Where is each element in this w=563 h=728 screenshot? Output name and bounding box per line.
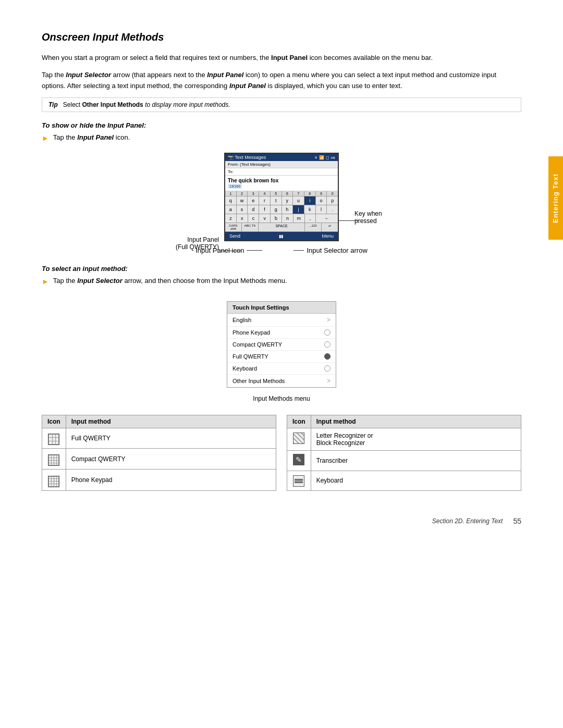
menu-item-other[interactable]: Other Input Methods > [227,375,336,387]
menu-radio-phone-keypad[interactable] [324,329,331,336]
icon-transcriber [287,450,311,471]
ps-key-row-3: z x c v b n m , ← [225,214,338,223]
side-tab: Entering Text [548,156,563,240]
ps-key-t[interactable]: t [271,196,282,205]
menu-radio-keyboard[interactable] [324,365,331,372]
tip-box: Tip Select Other Input Methods to displa… [42,97,521,112]
menu-radio-compact[interactable] [324,341,331,348]
ps-key-comma[interactable]: , [305,214,316,223]
method-letter-recognizer: Letter Recognizer orBlock Recognizer [311,428,521,450]
ps-to: To: [225,168,338,176]
ps-bottom-row: CAPSshift ABC T9 SPACE .,123 ↵ [225,223,338,232]
table-row: Keyboard [287,471,521,490]
show-hide-bullet: ► Tap the Input Panel icon. [42,133,521,142]
ps-key-v[interactable]: v [259,214,271,223]
menu-label-other: Other Input Methods [232,378,285,384]
ps-key-row-2: a s d f g h j k l . [225,205,338,214]
icon-table-right: Icon Input method Letter Recognizer orBl… [287,415,521,490]
ps-key-m[interactable]: m [293,214,305,223]
ps-key-space[interactable]: SPACE [259,223,305,231]
ps-num-2[interactable]: 2 [237,191,248,196]
select-method-heading: To select an input method: [42,265,521,273]
ps-from: From: (Text Messages) [225,161,338,168]
menu-title: Touch Input Settings [227,302,336,314]
ps-title: 📷 Text Messages [228,155,266,160]
select-method-text: Tap the Input Selector arrow, and then c… [53,277,287,285]
ps-num-6[interactable]: 6 [282,191,293,196]
menu-label-compact: Compact QWERTY [232,341,282,348]
ps-key-w[interactable]: w [237,196,248,205]
bullet-arrow-2-icon: ► [42,277,49,286]
menu-item-english[interactable]: English > [227,314,336,327]
ps-key-d[interactable]: d [248,205,259,214]
ps-send[interactable]: Send [229,233,240,239]
ps-key-y[interactable]: y [282,196,293,205]
ps-key-backspace[interactable]: ← [316,214,338,223]
body-paragraph-2: Tap the Input Selector arrow (that appea… [42,70,521,92]
input-panel-icon-text: Input Panel icon [195,246,244,254]
ps-key-r[interactable]: r [259,196,271,205]
ps-key-e[interactable]: e [248,196,259,205]
table-row: Transcriber [287,450,521,471]
ps-key-123[interactable]: .,123 [305,223,322,231]
full-qwerty-icon [48,434,59,445]
keyboard-icon [293,475,304,487]
menu-item-phone-keypad[interactable]: Phone Keypad [227,327,336,339]
ps-key-row-1: q w e r t y u i o p [225,196,338,205]
ps-key-c[interactable]: c [248,214,260,223]
menu-radio-full[interactable] [324,353,331,360]
ps-num-3[interactable]: 3 [248,191,259,196]
ps-icons: ≡📶◻ ok [315,155,335,160]
ps-key-n[interactable]: n [282,214,293,223]
th-method-right: Input method [311,415,521,428]
ps-key-caps[interactable]: CAPSshift [225,223,242,231]
ps-key-x[interactable]: x [237,214,248,223]
page-content: Onscreen Input Methods When you start a … [0,0,563,567]
ps-key-k[interactable]: k [304,205,316,214]
ps-key-l[interactable]: l [316,205,327,214]
ps-key-h[interactable]: h [282,205,293,214]
ps-key-i[interactable]: i [304,196,316,205]
menu-label-full: Full QWERTY [232,353,268,360]
show-hide-text: Tap the Input Panel icon. [53,133,130,141]
ps-num-9[interactable]: 9 [316,191,327,196]
input-selector-label: Input Selector arrow [293,246,367,254]
ps-num-7[interactable]: 7 [293,191,304,196]
menu-caption: Input Methods menu [253,395,310,402]
ps-counter: 19/160 [228,184,242,189]
icon-compact-qwerty [42,449,66,470]
page-title: Onscreen Input Methods [42,31,521,43]
menu-item-compact[interactable]: Compact QWERTY [227,339,336,351]
icon-table-left: Icon Input method Full QWERTY [42,415,276,490]
menu-item-full[interactable]: Full QWERTY [227,351,336,363]
ps-key-p[interactable]: p [327,196,338,205]
ps-key-q[interactable]: q [225,196,237,205]
ps-key-a[interactable]: a [225,205,237,214]
ps-key-u[interactable]: u [293,196,304,205]
ps-key-dot[interactable]: . [327,205,338,214]
ps-key-z[interactable]: z [225,214,237,223]
ps-key-o[interactable]: o [316,196,327,205]
icon-letter-recognizer [287,428,311,450]
ps-num-1[interactable]: 1 [225,191,237,196]
key-when-pressed-label: Key whenpressed [354,210,422,225]
transcriber-icon [293,454,304,465]
icon-table-wrapper: Icon Input method Full QWERTY [42,415,521,490]
ps-key-abc[interactable]: ABC T9 [242,223,259,231]
table-row: Compact QWERTY [42,449,276,470]
ps-taskbar-icon[interactable]: ▮▮ [279,234,283,239]
menu-item-keyboard[interactable]: Keyboard [227,363,336,375]
ps-key-b[interactable]: b [271,214,282,223]
ps-num-0[interactable]: 0 [327,191,338,196]
ps-num-5[interactable]: 5 [271,191,282,196]
ps-num-4[interactable]: 4 [259,191,271,196]
ps-key-g[interactable]: g [271,205,282,214]
ps-key-j[interactable]: j [293,205,304,214]
menu-chevron-other: > [327,377,331,385]
ps-key-enter[interactable]: ↵ [322,223,338,231]
ps-key-f[interactable]: f [259,205,271,214]
ps-num-8[interactable]: 8 [304,191,316,196]
ps-key-s[interactable]: s [237,205,248,214]
method-compact-qwerty: Compact QWERTY [66,449,276,470]
ps-menu[interactable]: Menu [322,233,334,239]
